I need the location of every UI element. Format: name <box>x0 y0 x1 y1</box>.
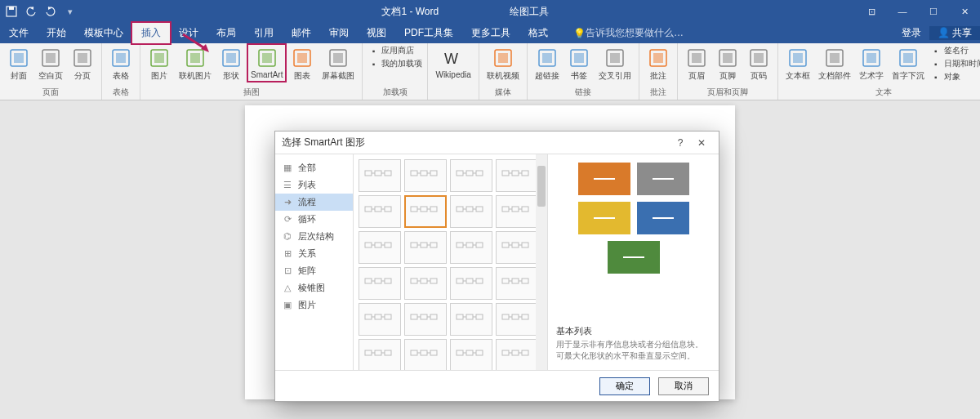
layout-thumb[interactable] <box>496 159 538 192</box>
tab-文件[interactable]: 文件 <box>0 23 38 43</box>
category-关系[interactable]: ⊞关系 <box>275 245 353 262</box>
layout-thumb[interactable] <box>359 339 401 370</box>
chart-button[interactable]: 图表 <box>288 45 316 83</box>
minimize-icon[interactable]: ― <box>887 0 918 23</box>
addins-item[interactable]: ▪我的加载项 <box>368 58 422 69</box>
dialog-titlebar[interactable]: 选择 SmartArt 图形 ? ✕ <box>275 131 719 154</box>
tab-设计[interactable]: 设计 <box>170 23 207 43</box>
layout-gallery[interactable] <box>354 154 548 370</box>
smartart-button[interactable]: SmartArt <box>248 45 285 81</box>
category-循环[interactable]: ⟳循环 <box>275 211 353 228</box>
pagebreak-button[interactable]: 分页 <box>69 45 96 83</box>
link-button[interactable]: 超链接 <box>532 45 562 83</box>
layout-thumb[interactable] <box>496 303 538 336</box>
layout-thumb[interactable] <box>404 159 447 192</box>
tab-引用[interactable]: 引用 <box>245 23 283 43</box>
dialog-help-icon[interactable]: ? <box>670 137 691 149</box>
tab-审阅[interactable]: 审阅 <box>320 23 358 43</box>
table-button[interactable]: 表格 <box>107 45 135 83</box>
layout-thumb[interactable] <box>450 195 492 228</box>
cancel-button[interactable]: 取消 <box>658 377 709 395</box>
category-列表[interactable]: ☰列表 <box>275 176 353 194</box>
close-icon[interactable]: ✕ <box>949 0 980 23</box>
category-icon: ☰ <box>282 180 293 191</box>
category-层次结构[interactable]: ⌬层次结构 <box>275 228 353 245</box>
layout-thumb[interactable] <box>450 267 492 300</box>
category-流程[interactable]: ➜流程 <box>275 194 353 211</box>
layout-thumb[interactable] <box>450 303 492 336</box>
layout-thumb[interactable] <box>359 231 401 264</box>
layout-thumb[interactable] <box>404 339 447 370</box>
tab-更多工具[interactable]: 更多工具 <box>462 23 519 43</box>
ok-button[interactable]: 确定 <box>599 377 650 395</box>
cover-button[interactable]: 封面 <box>5 45 33 83</box>
button-label: 超链接 <box>535 70 559 82</box>
layout-thumb[interactable] <box>450 339 492 370</box>
login-link[interactable]: 登录 <box>893 26 929 40</box>
dropcap-button[interactable]: 首字下沉 <box>889 45 927 83</box>
tab-邮件[interactable]: 邮件 <box>283 23 320 43</box>
video-button[interactable]: 联机视频 <box>484 45 522 83</box>
dialog-close-icon[interactable]: ✕ <box>691 137 712 149</box>
group-label: 批注 <box>644 87 672 100</box>
button-label: 批注 <box>650 70 666 82</box>
layout-thumb[interactable] <box>496 231 538 264</box>
ribbon-options-icon[interactable]: ⊡ <box>856 0 887 23</box>
layout-thumb[interactable] <box>359 303 401 336</box>
qat-dropdown-icon[interactable]: ▾ <box>64 5 77 18</box>
layout-thumb[interactable] <box>450 159 492 192</box>
header-button[interactable]: 页眉 <box>683 45 710 83</box>
layout-thumb[interactable] <box>496 267 538 300</box>
picture-button[interactable]: 图片 <box>145 45 173 83</box>
share-button[interactable]: 👤 共享 <box>929 26 980 40</box>
layout-thumb[interactable] <box>404 303 447 336</box>
bookmark-button[interactable]: 书签 <box>565 45 593 83</box>
footer-button[interactable]: 页脚 <box>714 45 742 83</box>
redo-icon[interactable] <box>44 5 57 18</box>
comment-button[interactable]: 批注 <box>644 45 672 83</box>
pagenum-button[interactable]: 页码 <box>745 45 773 83</box>
sig-item[interactable]: ▪签名行 <box>930 45 980 56</box>
layout-thumb[interactable] <box>404 267 447 300</box>
parts-button[interactable]: 文档部件 <box>816 45 853 83</box>
undo-icon[interactable] <box>24 5 38 18</box>
save-icon[interactable] <box>5 5 18 18</box>
shapes-button[interactable]: 形状 <box>217 45 245 83</box>
tab-插入[interactable]: 插入 <box>132 23 170 43</box>
tell-me-search[interactable]: 💡 告诉我您想要做什么… <box>573 23 684 43</box>
layout-thumb[interactable] <box>496 195 538 228</box>
category-图片[interactable]: ▣图片 <box>275 296 353 314</box>
gallery-scrollbar[interactable] <box>536 154 547 370</box>
category-icon: ▣ <box>282 300 293 311</box>
maximize-icon[interactable]: ☐ <box>918 0 949 23</box>
tab-视图[interactable]: 视图 <box>358 23 395 43</box>
tab-开始[interactable]: 开始 <box>38 23 75 43</box>
svg-rect-142 <box>466 314 473 319</box>
category-矩阵[interactable]: ⊡矩阵 <box>275 262 353 279</box>
online-picture-button[interactable]: 联机图片 <box>176 45 214 83</box>
object-item[interactable]: ▪对象 <box>930 71 980 82</box>
crossref-button[interactable]: 交叉引用 <box>596 45 634 83</box>
tab-pdf工具集[interactable]: PDF工具集 <box>395 23 462 43</box>
layout-thumb[interactable] <box>450 231 492 264</box>
dialog-title: 选择 SmartArt 图形 <box>282 136 365 149</box>
tab-模板中心[interactable]: 模板中心 <box>75 23 132 43</box>
category-棱锥图[interactable]: △棱锥图 <box>275 279 353 296</box>
store-item[interactable]: ▪应用商店 <box>368 45 422 56</box>
wiki-button[interactable]: WWikipedia <box>433 45 473 81</box>
layout-thumb[interactable] <box>359 159 401 192</box>
category-全部[interactable]: ▦全部 <box>275 159 353 176</box>
date-item[interactable]: ▪日期和时间 <box>930 58 980 69</box>
screenshot-button[interactable]: 屏幕截图 <box>319 45 357 83</box>
layout-thumb[interactable] <box>359 195 401 228</box>
textbox-button[interactable]: 文本框 <box>783 45 813 83</box>
layout-thumb[interactable] <box>359 267 401 300</box>
blank-button[interactable]: 空白页 <box>36 45 65 83</box>
wordart-button[interactable]: 艺术字 <box>857 45 886 83</box>
layout-thumb[interactable] <box>404 195 447 228</box>
svg-rect-118 <box>430 279 437 283</box>
tab-布局[interactable]: 布局 <box>207 23 245 43</box>
tab-格式[interactable]: 格式 <box>519 23 557 43</box>
layout-thumb[interactable] <box>404 231 447 264</box>
layout-thumb[interactable] <box>496 339 538 370</box>
